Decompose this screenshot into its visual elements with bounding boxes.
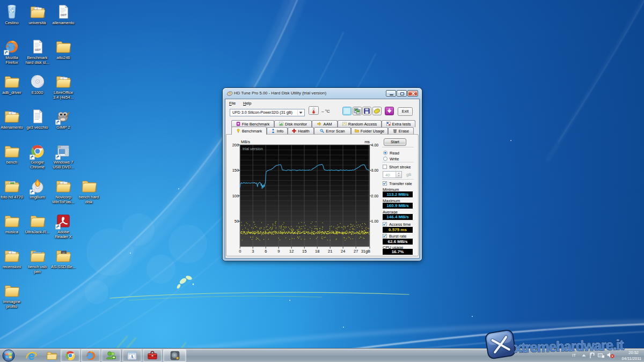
svg-text:100: 100 bbox=[232, 194, 239, 198]
svg-text:50: 50 bbox=[235, 219, 239, 224]
svg-text:15: 15 bbox=[302, 249, 306, 254]
svg-text:24: 24 bbox=[341, 249, 345, 254]
svg-text:200: 200 bbox=[232, 143, 239, 147]
svg-text:31gB: 31gB bbox=[361, 249, 370, 254]
svg-text:A: A bbox=[130, 354, 134, 359]
svg-text:3.00: 3.00 bbox=[371, 168, 379, 173]
svg-text:0: 0 bbox=[239, 249, 241, 254]
svg-text:ms: ms bbox=[364, 139, 370, 144]
svg-text:xtremehardware.it: xtremehardware.it bbox=[514, 337, 625, 356]
svg-text:3: 3 bbox=[252, 249, 254, 254]
svg-text:18: 18 bbox=[315, 249, 319, 254]
svg-text:trial version: trial version bbox=[243, 146, 263, 151]
svg-text:21: 21 bbox=[328, 249, 332, 254]
svg-text:150: 150 bbox=[232, 168, 239, 173]
svg-text:6: 6 bbox=[265, 249, 267, 254]
svg-text:1.00: 1.00 bbox=[371, 219, 379, 224]
svg-text:e: e bbox=[27, 350, 34, 362]
svg-text:9: 9 bbox=[277, 249, 280, 254]
svg-text:12: 12 bbox=[289, 249, 294, 254]
svg-text:MB/s: MB/s bbox=[241, 139, 250, 144]
svg-text:2.00: 2.00 bbox=[371, 194, 379, 198]
svg-text:27: 27 bbox=[354, 249, 358, 254]
svg-text:4.00: 4.00 bbox=[371, 143, 379, 147]
